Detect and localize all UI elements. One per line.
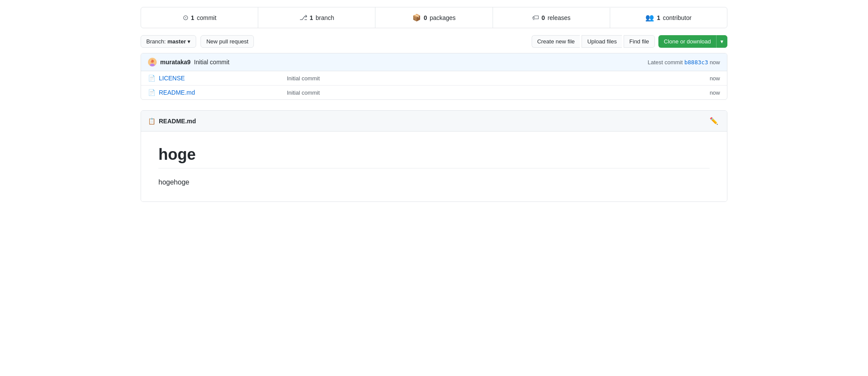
clone-dropdown-icon: ▾ bbox=[720, 38, 723, 45]
contributors-count: 1 bbox=[657, 14, 660, 21]
file-table: murataka9 Initial commit Latest commit b… bbox=[141, 53, 727, 100]
file-link-readme[interactable]: README.md bbox=[159, 89, 195, 96]
stats-commits[interactable]: ⊙ 1 commit bbox=[141, 7, 258, 28]
create-new-file-button[interactable]: Create new file bbox=[532, 35, 580, 48]
branch-dropdown-icon: ▾ bbox=[187, 38, 191, 45]
toolbar-left: Branch: master ▾ New pull request bbox=[141, 35, 254, 48]
contributors-icon: 👥 bbox=[645, 13, 654, 22]
commit-message: Initial commit bbox=[194, 59, 230, 66]
releases-icon: 🏷 bbox=[532, 14, 539, 22]
find-file-button[interactable]: Find file bbox=[624, 35, 655, 48]
latest-commit-label: Latest commit bbox=[648, 59, 683, 66]
new-pull-request-button[interactable]: New pull request bbox=[201, 35, 254, 48]
readme-heading: hoge bbox=[158, 145, 710, 168]
toolbar-right: Create new file Upload files Find file C… bbox=[532, 35, 727, 48]
branch-selector[interactable]: Branch: master ▾ bbox=[141, 35, 196, 48]
commit-header: murataka9 Initial commit Latest commit b… bbox=[141, 53, 727, 71]
stats-packages[interactable]: 📦 0 packages bbox=[375, 7, 493, 28]
branches-count: 1 bbox=[310, 14, 313, 21]
packages-icon: 📦 bbox=[412, 13, 421, 22]
readme-header-icon: 📋 bbox=[148, 118, 155, 125]
commit-author[interactable]: murataka9 bbox=[160, 59, 191, 66]
stats-branches[interactable]: ⎇ 1 branch bbox=[258, 7, 375, 28]
readme-paragraph: hogehoge bbox=[158, 177, 710, 188]
commits-icon: ⊙ bbox=[183, 13, 188, 22]
stats-contributors[interactable]: 👥 1 contributor bbox=[610, 7, 727, 28]
readme-header: 📋 README.md ✏️ bbox=[141, 111, 727, 132]
readme-body: hoge hogehoge bbox=[141, 132, 727, 201]
file-link-license[interactable]: LICENSE bbox=[159, 75, 185, 82]
table-row: 📄 README.md Initial commit now bbox=[141, 86, 727, 99]
commits-count: 1 bbox=[191, 14, 194, 21]
stats-bar: ⊙ 1 commit ⎇ 1 branch 📦 0 packages 🏷 0 r… bbox=[141, 7, 727, 28]
readme-container: 📋 README.md ✏️ hoge hogehoge bbox=[141, 110, 727, 202]
file-icon: 📄 bbox=[148, 89, 155, 96]
clone-group: Clone or download ▾ bbox=[658, 35, 727, 48]
releases-count: 0 bbox=[542, 14, 545, 21]
readme-title: README.md bbox=[159, 118, 196, 125]
avatar bbox=[148, 58, 157, 66]
svg-point-1 bbox=[151, 60, 154, 63]
file-icon: 📄 bbox=[148, 75, 155, 82]
clone-dropdown-button[interactable]: ▾ bbox=[717, 35, 727, 48]
file-time-license: now bbox=[685, 75, 720, 82]
file-actions-group: Create new file Upload files Find file bbox=[532, 35, 655, 48]
branch-name: master bbox=[168, 38, 186, 45]
commit-sha[interactable]: b8883c3 bbox=[684, 59, 708, 66]
clone-or-download-button[interactable]: Clone or download bbox=[658, 35, 717, 48]
file-commit-message-license: Initial commit bbox=[278, 75, 685, 82]
branches-label: branch bbox=[316, 14, 334, 21]
branch-label: Branch: bbox=[146, 38, 166, 45]
contributors-label: contributor bbox=[663, 14, 691, 21]
stats-releases[interactable]: 🏷 0 releases bbox=[493, 8, 610, 28]
edit-readme-button[interactable]: ✏️ bbox=[708, 115, 720, 127]
packages-count: 0 bbox=[424, 14, 427, 21]
file-commit-message-readme: Initial commit bbox=[278, 89, 685, 96]
svg-point-3 bbox=[151, 60, 151, 61]
upload-files-button[interactable]: Upload files bbox=[582, 35, 622, 48]
packages-label: packages bbox=[430, 14, 456, 21]
table-row: 📄 LICENSE Initial commit now bbox=[141, 71, 727, 86]
commits-label: commit bbox=[197, 14, 216, 21]
branches-icon: ⎇ bbox=[299, 13, 307, 22]
toolbar: Branch: master ▾ New pull request Create… bbox=[141, 35, 727, 48]
file-time-readme: now bbox=[685, 89, 720, 96]
releases-label: releases bbox=[548, 14, 571, 21]
commit-time: now bbox=[710, 59, 720, 66]
